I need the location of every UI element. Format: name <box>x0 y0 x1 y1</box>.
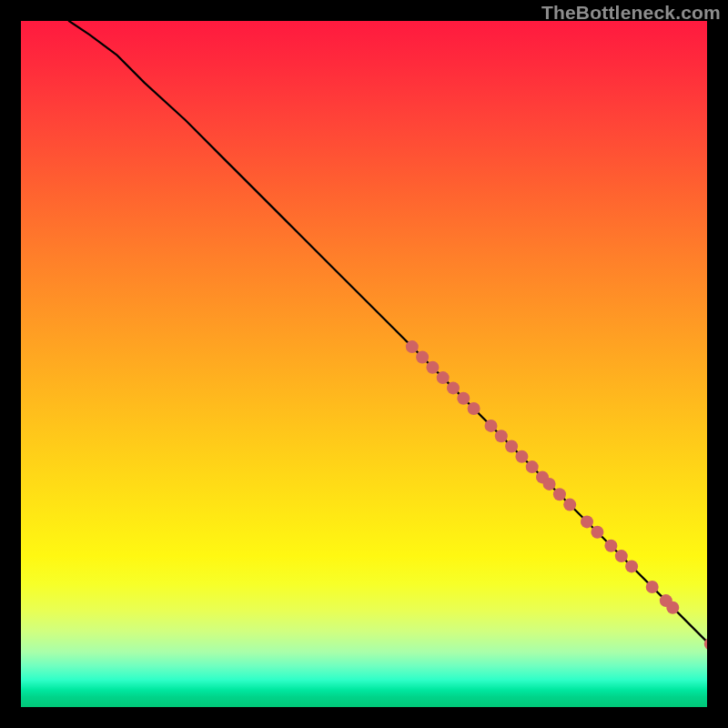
chart-svg <box>21 21 707 707</box>
data-point <box>615 550 628 562</box>
data-point <box>426 361 439 374</box>
data-point <box>406 340 419 353</box>
data-point <box>604 540 617 552</box>
data-point <box>468 402 480 415</box>
data-point <box>416 351 429 364</box>
plot-area <box>21 21 707 707</box>
data-point <box>591 526 603 539</box>
data-point <box>457 392 470 405</box>
data-point <box>485 420 498 432</box>
data-point <box>437 371 450 384</box>
data-point <box>526 460 539 473</box>
data-point <box>447 381 460 394</box>
data-point <box>581 515 593 528</box>
data-point <box>543 478 556 490</box>
dots-layer <box>406 340 707 650</box>
data-point <box>646 581 659 593</box>
data-point <box>505 440 518 453</box>
data-point <box>553 488 566 500</box>
data-point <box>625 560 638 572</box>
data-point <box>495 430 508 442</box>
chart-frame: TheBottleneck.com <box>0 0 728 728</box>
data-point <box>666 602 679 614</box>
watermark-text: TheBottleneck.com <box>541 2 721 24</box>
data-point <box>563 499 576 511</box>
data-point <box>515 450 528 463</box>
